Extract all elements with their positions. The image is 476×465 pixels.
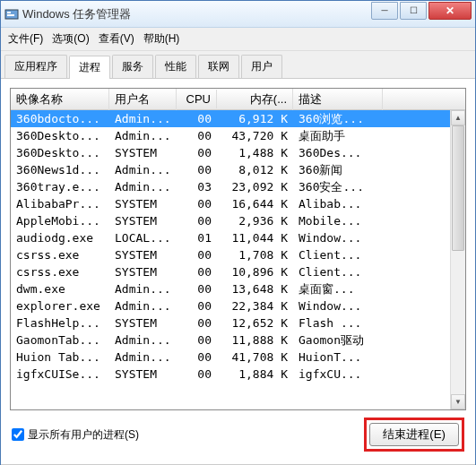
col-description[interactable]: 描述 xyxy=(293,89,383,110)
cell-user: Admin... xyxy=(109,128,177,143)
cell-mem: 16,644 K xyxy=(217,196,293,211)
cell-name: FlashHelp... xyxy=(11,315,109,331)
titlebar[interactable]: Windows 任务管理器 ─ ☐ ✕ xyxy=(1,1,475,28)
cell-cpu: 00 xyxy=(177,281,217,297)
cell-desc: 桌面窗... xyxy=(293,280,383,298)
cell-user: Admin... xyxy=(109,179,177,194)
svg-rect-2 xyxy=(7,14,14,16)
cell-cpu: 00 xyxy=(177,162,217,177)
cell-user: SYSTEM xyxy=(109,145,177,160)
cell-cpu: 00 xyxy=(177,145,217,160)
cell-desc: 360浏览... xyxy=(293,110,383,128)
task-manager-window: Windows 任务管理器 ─ ☐ ✕ 文件(F) 选项(O) 查看(V) 帮助… xyxy=(0,0,476,465)
table-row[interactable]: dwm.exeAdmin...0013,648 K桌面窗... xyxy=(11,280,465,297)
cell-name: 360News1d... xyxy=(11,162,109,177)
cell-desc: Client... xyxy=(293,247,383,263)
tab-processes[interactable]: 进程 xyxy=(69,56,110,79)
cell-user: Admin... xyxy=(109,349,177,365)
tabbar: 应用程序 进程 服务 性能 联网 用户 xyxy=(1,51,475,79)
table-row[interactable]: 360tray.e...Admin...0323,092 K360安全... xyxy=(11,178,465,195)
table-row[interactable]: GaomonTab...Admin...0011,888 KGaomon驱动 xyxy=(11,332,465,349)
col-cpu[interactable]: CPU xyxy=(177,90,217,108)
cell-user: SYSTEM xyxy=(109,196,177,211)
cell-user: Admin... xyxy=(109,332,177,348)
cell-desc: Gaomon驱动 xyxy=(293,332,383,349)
cell-cpu: 00 xyxy=(177,332,217,348)
tab-services[interactable]: 服务 xyxy=(112,55,153,78)
col-memory[interactable]: 内存(... xyxy=(217,89,293,110)
show-all-users-checkbox[interactable]: 显示所有用户的进程(S) xyxy=(12,427,357,443)
scroll-thumb[interactable] xyxy=(452,125,464,251)
menu-view[interactable]: 查看(V) xyxy=(99,31,134,47)
cell-mem: 11,044 K xyxy=(217,230,293,245)
cell-name: dwm.exe xyxy=(11,281,109,297)
cell-cpu: 00 xyxy=(177,298,217,314)
cell-mem: 13,648 K xyxy=(217,281,293,297)
cell-cpu: 00 xyxy=(177,128,217,143)
scroll-up-button[interactable]: ▲ xyxy=(451,110,465,125)
maximize-button[interactable]: ☐ xyxy=(400,2,427,20)
cell-mem: 10,896 K xyxy=(217,264,293,280)
cell-cpu: 00 xyxy=(177,349,217,365)
tab-performance[interactable]: 性能 xyxy=(155,55,196,78)
table-row[interactable]: csrss.exeSYSTEM001,708 KClient... xyxy=(11,246,465,263)
show-all-users-input[interactable] xyxy=(12,428,24,441)
cell-name: GaomonTab... xyxy=(11,332,109,348)
table-row[interactable]: 360News1d...Admin...008,012 K360新闻 xyxy=(11,161,465,178)
cell-name: audiodg.exe xyxy=(11,230,109,245)
list-body[interactable]: 360bdocto...Admin...006,912 K360浏览...360… xyxy=(11,110,465,410)
svg-rect-1 xyxy=(7,12,11,13)
cell-cpu: 00 xyxy=(177,247,217,263)
table-row[interactable]: 360Deskto...SYSTEM001,488 K360Des... xyxy=(11,144,465,161)
cell-mem: 1,884 K xyxy=(217,366,293,382)
table-row[interactable]: FlashHelp...SYSTEM0012,652 KFlash ... xyxy=(11,314,465,332)
cell-desc: HuionT... xyxy=(293,349,383,365)
table-row[interactable]: csrss.exeSYSTEM0010,896 KClient... xyxy=(11,263,465,280)
cell-desc: Flash ... xyxy=(293,315,383,331)
cell-user: Admin... xyxy=(109,162,177,177)
end-process-highlight: 结束进程(E) xyxy=(364,418,464,452)
cell-mem: 22,384 K xyxy=(217,298,293,314)
menu-help[interactable]: 帮助(H) xyxy=(143,31,180,47)
table-row[interactable]: igfxCUISe...SYSTEM001,884 KigfxCU... xyxy=(11,366,465,383)
tab-users[interactable]: 用户 xyxy=(241,55,282,78)
cell-cpu: 00 xyxy=(177,213,217,228)
menu-file[interactable]: 文件(F) xyxy=(8,31,43,47)
cell-cpu: 00 xyxy=(177,315,217,331)
scrollbar[interactable]: ▲ ▼ xyxy=(450,110,465,409)
tab-applications[interactable]: 应用程序 xyxy=(4,55,67,78)
close-button[interactable]: ✕ xyxy=(428,2,472,20)
cell-cpu: 01 xyxy=(177,230,217,245)
table-row[interactable]: audiodg.exeLOCAL...0111,044 KWindow... xyxy=(11,229,465,246)
col-image-name[interactable]: 映像名称 xyxy=(11,89,109,110)
table-row[interactable]: AppleMobi...SYSTEM002,936 KMobile... xyxy=(11,212,465,229)
cell-name: AppleMobi... xyxy=(11,213,109,228)
col-username[interactable]: 用户名 xyxy=(109,89,177,110)
table-row[interactable]: explorer.exeAdmin...0022,384 KWindow... xyxy=(11,297,465,314)
cell-mem: 1,488 K xyxy=(217,145,293,160)
end-process-button[interactable]: 结束进程(E) xyxy=(369,423,459,446)
minimize-button[interactable]: ─ xyxy=(371,2,398,20)
table-row[interactable]: Huion Tab...Admin...0041,708 KHuionT... xyxy=(11,349,465,366)
content-area: 映像名称 用户名 CPU 内存(... 描述 360bdocto...Admin… xyxy=(1,79,475,464)
cell-cpu: 00 xyxy=(177,196,217,211)
table-row[interactable]: AlibabaPr...SYSTEM0016,644 KAlibab... xyxy=(11,195,465,212)
cell-name: 360bdocto... xyxy=(11,111,109,126)
table-row[interactable]: 360bdocto...Admin...006,912 K360浏览... xyxy=(11,110,465,127)
cell-name: Huion Tab... xyxy=(11,349,109,365)
cell-user: SYSTEM xyxy=(109,315,177,331)
cell-cpu: 00 xyxy=(177,366,217,382)
cell-cpu: 03 xyxy=(177,179,217,194)
cell-mem: 23,092 K xyxy=(217,179,293,194)
scroll-down-button[interactable]: ▼ xyxy=(451,394,465,409)
tab-network[interactable]: 联网 xyxy=(198,55,239,78)
cell-desc: igfxCU... xyxy=(293,366,383,382)
cell-name: AlibabaPr... xyxy=(11,196,109,211)
cell-mem: 41,708 K xyxy=(217,349,293,365)
cell-user: Admin... xyxy=(109,281,177,297)
menu-options[interactable]: 选项(O) xyxy=(52,31,89,47)
table-row[interactable]: 360Deskto...Admin...0043,720 K桌面助手 xyxy=(11,127,465,144)
list-header: 映像名称 用户名 CPU 内存(... 描述 xyxy=(11,89,465,110)
app-icon xyxy=(4,7,19,22)
cell-name: csrss.exe xyxy=(11,264,109,280)
